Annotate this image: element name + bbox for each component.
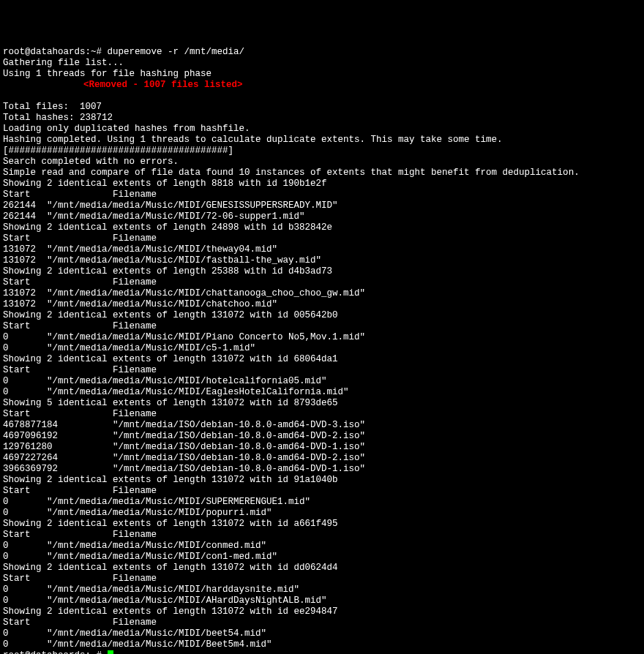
col-start: Start bbox=[3, 189, 113, 200]
filename: "/mnt/media/ISO/debian-10.8.0-amd64-DVD-… bbox=[113, 442, 365, 453]
output-line: Hashing completed. Using 1 threads to ca… bbox=[3, 135, 503, 145]
extent-table-header: StartFilename bbox=[3, 574, 641, 585]
extent-group-header: Showing 2 identical extents of length 13… bbox=[3, 354, 338, 364]
extent-row: 0 "/mnt/media/media/Music/MIDI/c5-1.mid" bbox=[3, 343, 641, 354]
extent-row: 262144 "/mnt/media/media/Music/MIDI/GENE… bbox=[3, 200, 641, 211]
extent-row: 0 "/mnt/media/media/Music/MIDI/AHardDays… bbox=[3, 595, 641, 606]
output-line: Total files: 1007 bbox=[3, 102, 102, 112]
start-offset: 262144 bbox=[3, 200, 47, 211]
extent-table-header: StartFilename bbox=[3, 189, 641, 200]
col-filename: Filename bbox=[113, 617, 157, 628]
output-line: Using 1 threads for file hashing phase bbox=[3, 69, 211, 79]
filename: "/mnt/media/media/Music/MIDI/beet54.mid" bbox=[47, 628, 266, 639]
filename: "/mnt/media/media/Music/MIDI/EaglesHotel… bbox=[47, 387, 349, 397]
start-offset: 0 bbox=[3, 343, 47, 353]
start-offset: 131072 bbox=[3, 299, 47, 309]
filename: "/mnt/media/media/Music/MIDI/GENESISSUPP… bbox=[47, 200, 338, 211]
start-offset: 4697096192 bbox=[3, 431, 113, 442]
filename: "/mnt/media/media/Music/MIDI/chatchoo.mi… bbox=[47, 299, 277, 309]
extent-table-header: StartFilename bbox=[3, 321, 641, 332]
start-offset: 0 bbox=[3, 497, 47, 507]
extent-row: 0 "/mnt/media/media/Music/MIDI/beet54.mi… bbox=[3, 628, 641, 639]
start-offset: 0 bbox=[3, 585, 47, 595]
extent-row: 131072 "/mnt/media/media/Music/MIDI/chat… bbox=[3, 288, 641, 299]
extent-table-header: StartFilename bbox=[3, 530, 641, 541]
removed-annotation: <Removed - 1007 files listed> bbox=[3, 80, 243, 90]
filename: "/mnt/media/media/Music/MIDI/Piano Conce… bbox=[47, 332, 365, 342]
filename: "/mnt/media/media/Music/MIDI/AHardDaysNi… bbox=[47, 595, 327, 606]
prompt-user: root@datahoards bbox=[3, 47, 86, 57]
extent-table-header: StartFilename bbox=[3, 365, 641, 376]
col-start: Start bbox=[3, 530, 113, 541]
col-start: Start bbox=[3, 617, 113, 628]
extent-row: 0 "/mnt/media/media/Music/MIDI/Beet5m4.m… bbox=[3, 639, 641, 650]
col-start: Start bbox=[3, 574, 113, 585]
cursor-icon bbox=[108, 650, 113, 654]
extent-group-header: Showing 2 identical extents of length 25… bbox=[3, 266, 332, 277]
start-offset: 0 bbox=[3, 595, 47, 606]
col-filename: Filename bbox=[113, 277, 157, 288]
start-offset: 131072 bbox=[3, 288, 47, 298]
start-offset: 131072 bbox=[3, 244, 47, 255]
start-offset: 3966369792 bbox=[3, 464, 113, 475]
prompt-line: root@datahoards:~# duperemove -r /mnt/me… bbox=[3, 47, 244, 57]
command-text: duperemove -r /mnt/media/ bbox=[108, 47, 245, 57]
extent-row: 3966369792"/mnt/media/ISO/debian-10.8.0-… bbox=[3, 464, 641, 475]
extent-group-header: Showing 2 identical extents of length 13… bbox=[3, 519, 338, 529]
terminal-window[interactable]: root@datahoards:~# duperemove -r /mnt/me… bbox=[3, 47, 641, 654]
extent-row: 262144 "/mnt/media/media/Music/MIDI/72-0… bbox=[3, 211, 641, 222]
extent-row: 0 "/mnt/media/media/Music/MIDI/popurri.m… bbox=[3, 508, 641, 519]
col-start: Start bbox=[3, 365, 113, 376]
filename: "/mnt/media/media/Music/MIDI/chattanooga… bbox=[47, 288, 365, 298]
filename: "/mnt/media/media/Music/MIDI/harddaysnit… bbox=[47, 585, 299, 595]
col-start: Start bbox=[3, 233, 113, 244]
start-offset: 0 bbox=[3, 552, 47, 562]
prompt-path: ~ bbox=[91, 650, 97, 654]
filename: "/mnt/media/media/Music/MIDI/c5-1.mid" bbox=[47, 343, 255, 353]
extent-group-header: Showing 2 identical extents of length 13… bbox=[3, 606, 338, 617]
col-filename: Filename bbox=[113, 365, 157, 376]
extent-row: 0 "/mnt/media/media/Music/MIDI/hotelcali… bbox=[3, 376, 641, 387]
extent-row: 0 "/mnt/media/media/Music/MIDI/Piano Con… bbox=[3, 332, 641, 343]
start-offset: 0 bbox=[3, 508, 47, 518]
col-filename: Filename bbox=[113, 321, 157, 332]
col-filename: Filename bbox=[113, 530, 157, 541]
extent-table-header: StartFilename bbox=[3, 617, 641, 628]
extent-table-header: StartFilename bbox=[3, 486, 641, 497]
extent-table-header: StartFilename bbox=[3, 409, 641, 420]
start-offset: 4697227264 bbox=[3, 453, 113, 464]
filename: "/mnt/media/ISO/debian-10.8.0-amd64-DVD-… bbox=[113, 431, 365, 442]
filename: "/mnt/media/media/Music/MIDI/theway04.mi… bbox=[47, 244, 277, 255]
col-start: Start bbox=[3, 277, 113, 288]
start-offset: 131072 bbox=[3, 255, 47, 266]
col-filename: Filename bbox=[113, 233, 157, 244]
col-start: Start bbox=[3, 409, 113, 420]
prompt-path: ~ bbox=[91, 47, 97, 57]
col-filename: Filename bbox=[113, 486, 157, 497]
extent-row: 0 "/mnt/media/media/Music/MIDI/SUPERMERE… bbox=[3, 497, 641, 508]
start-offset: 0 bbox=[3, 639, 47, 650]
start-offset: 0 bbox=[3, 376, 47, 386]
filename: "/mnt/media/media/Music/MIDI/Beet5m4.mid… bbox=[47, 639, 272, 650]
prompt-line-final[interactable]: root@datahoards:~# bbox=[3, 650, 113, 654]
start-offset: 129761280 bbox=[3, 442, 113, 453]
extent-row: 131072 "/mnt/media/media/Music/MIDI/chat… bbox=[3, 299, 641, 310]
start-offset: 4678877184 bbox=[3, 420, 113, 431]
extent-row: 0 "/mnt/media/media/Music/MIDI/EaglesHot… bbox=[3, 387, 641, 398]
extent-row: 4697096192"/mnt/media/ISO/debian-10.8.0-… bbox=[3, 431, 641, 442]
prompt-user: root@datahoards bbox=[3, 650, 86, 654]
filename: "/mnt/media/ISO/debian-10.8.0-amd64-DVD-… bbox=[113, 453, 365, 464]
start-offset: 262144 bbox=[3, 211, 47, 222]
filename: "/mnt/media/media/Music/MIDI/conmed.mid" bbox=[47, 541, 266, 551]
output-line: Simple read and compare of file data fou… bbox=[3, 168, 580, 178]
col-filename: Filename bbox=[113, 409, 157, 420]
start-offset: 0 bbox=[3, 332, 47, 342]
extent-group-header: Showing 2 identical extents of length 24… bbox=[3, 222, 332, 233]
filename: "/mnt/media/media/Music/MIDI/72-06-suppe… bbox=[47, 211, 305, 222]
filename: "/mnt/media/media/Music/MIDI/con1-med.mi… bbox=[47, 552, 277, 562]
extent-row: 4697227264"/mnt/media/ISO/debian-10.8.0-… bbox=[3, 453, 641, 464]
extent-group-header: Showing 5 identical extents of length 13… bbox=[3, 398, 338, 408]
filename: "/mnt/media/media/Music/MIDI/hotelcalifo… bbox=[47, 376, 327, 386]
extent-row: 131072 "/mnt/media/media/Music/MIDI/fast… bbox=[3, 255, 641, 266]
extent-group-header: Showing 2 identical extents of length 88… bbox=[3, 178, 327, 189]
